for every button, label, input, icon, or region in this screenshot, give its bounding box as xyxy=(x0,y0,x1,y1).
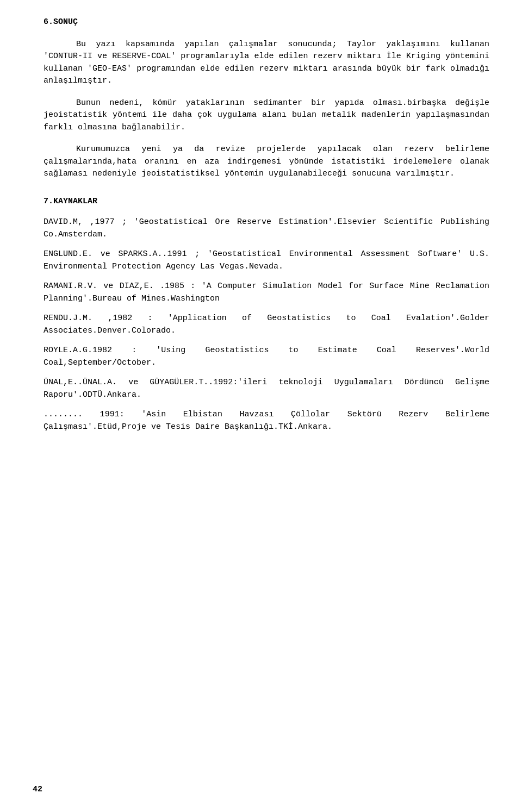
page-number: 42 xyxy=(33,784,42,796)
section-title: 6.SONUÇ xyxy=(44,16,489,29)
reference-7: ........ 1991: 'Asin Elbistan Havzası Çö… xyxy=(44,409,489,433)
reference-1: DAVID.M, ,1977 ; 'Geostatistical Ore Res… xyxy=(44,216,489,241)
references-heading: 7.KAYNAKLAR xyxy=(44,196,489,208)
page-content: 6.SONUÇ Bu yazı kapsamında yapılan çalış… xyxy=(44,16,489,433)
reference-2: ENGLUND.E. ve SPARKS.A..1991 ; 'Geostati… xyxy=(44,248,489,273)
reference-6: ÜNAL,E..ÜNAL.A. ve GÜYAGÜLER.T..1992:'il… xyxy=(44,377,489,401)
reference-4: RENDU.J.M. ,1982 : 'Application of Geost… xyxy=(44,313,489,337)
paragraph-2: Bunun nedeni, kömür yataklarının sediman… xyxy=(44,97,489,134)
reference-5: ROYLE.A.G.1982 : 'Using Geostatistics to… xyxy=(44,345,489,369)
paragraph-3: Kurumumuzca yeni ya da revize projelerde… xyxy=(44,143,489,180)
reference-3: RAMANI.R.V. ve DIAZ,E. .1985 : 'A Comput… xyxy=(44,280,489,305)
paragraph-1: Bu yazı kapsamında yapılan çalışmalar so… xyxy=(44,39,489,88)
